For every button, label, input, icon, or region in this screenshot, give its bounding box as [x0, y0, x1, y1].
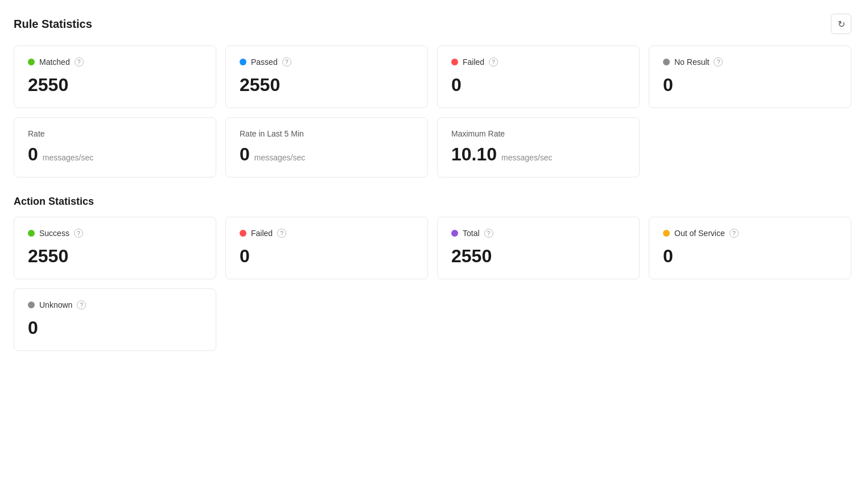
out-of-service-value: 0: [663, 247, 837, 265]
action-stats-row2: Unknown ? 0: [14, 288, 851, 351]
no-result-value: 0: [663, 76, 837, 94]
rate-value: 0messages/sec: [28, 145, 202, 163]
rate-label: Rate: [28, 129, 45, 138]
total-label: Total: [463, 229, 480, 238]
rate-unit: messages/sec: [43, 153, 93, 162]
success-dot: [28, 230, 35, 237]
matched-label: Matched: [39, 57, 70, 67]
card-total: Total ? 2550: [437, 217, 640, 279]
card-out-of-service: Out of Service ? 0: [649, 217, 851, 279]
empty-col4: [649, 288, 851, 351]
action-failed-value: 0: [240, 247, 414, 265]
rule-stats-row2: Rate 0messages/sec Rate in Last 5 Min 0m…: [14, 117, 851, 177]
failed-value: 0: [451, 76, 625, 94]
passed-value: 2550: [240, 76, 414, 94]
out-of-service-dot: [663, 230, 670, 237]
action-failed-dot: [240, 230, 246, 237]
action-stats-row1: Success ? 2550 Failed ? 0 Total ? 2550 O…: [14, 217, 851, 279]
card-passed: Passed ? 2550: [225, 46, 428, 108]
failed-help-icon[interactable]: ?: [489, 57, 498, 67]
empty-placeholder: [649, 117, 851, 177]
rate-last5-label: Rate in Last 5 Min: [240, 129, 304, 138]
passed-help-icon[interactable]: ?: [282, 57, 291, 67]
max-rate-unit: messages/sec: [501, 153, 552, 162]
card-failed: Failed ? 0: [437, 46, 640, 108]
action-failed-help-icon[interactable]: ?: [277, 229, 286, 238]
rate-last5-value: 0messages/sec: [240, 145, 414, 163]
page-title: Rule Statistics: [14, 18, 92, 31]
empty-col3: [437, 288, 640, 351]
card-no-result: No Result ? 0: [649, 46, 851, 108]
matched-dot: [28, 59, 35, 65]
action-statistics-title: Action Statistics: [14, 196, 851, 208]
card-rate: Rate 0messages/sec: [14, 117, 216, 177]
card-max-rate: Maximum Rate 10.10messages/sec: [437, 117, 640, 177]
unknown-label: Unknown: [39, 300, 72, 309]
failed-label: Failed: [463, 57, 484, 67]
refresh-button[interactable]: ↻: [831, 14, 851, 34]
failed-dot: [451, 59, 458, 65]
passed-label: Passed: [251, 57, 278, 67]
no-result-dot: [663, 59, 670, 65]
max-rate-value: 10.10messages/sec: [451, 145, 625, 163]
unknown-dot: [28, 301, 35, 308]
matched-help-icon[interactable]: ?: [75, 57, 84, 67]
passed-dot: [240, 59, 246, 65]
max-rate-label: Maximum Rate: [451, 129, 505, 138]
no-result-help-icon[interactable]: ?: [714, 57, 723, 67]
card-rate-last5: Rate in Last 5 Min 0messages/sec: [225, 117, 428, 177]
total-value: 2550: [451, 247, 625, 265]
out-of-service-help-icon[interactable]: ?: [730, 229, 739, 238]
success-label: Success: [39, 229, 69, 238]
card-action-failed: Failed ? 0: [225, 217, 428, 279]
no-result-label: No Result: [674, 57, 709, 67]
unknown-help-icon[interactable]: ?: [77, 300, 86, 309]
rate-last5-unit: messages/sec: [254, 153, 305, 162]
total-help-icon[interactable]: ?: [484, 229, 493, 238]
card-matched: Matched ? 2550: [14, 46, 216, 108]
empty-col2: [225, 288, 428, 351]
unknown-value: 0: [28, 319, 202, 337]
success-value: 2550: [28, 247, 202, 265]
rule-stats-row1: Matched ? 2550 Passed ? 2550 Failed ? 0 …: [14, 46, 851, 108]
success-help-icon[interactable]: ?: [74, 229, 83, 238]
action-failed-label: Failed: [251, 229, 273, 238]
card-unknown: Unknown ? 0: [14, 288, 216, 351]
total-dot: [451, 230, 458, 237]
matched-value: 2550: [28, 76, 202, 94]
out-of-service-label: Out of Service: [674, 229, 725, 238]
card-success: Success ? 2550: [14, 217, 216, 279]
